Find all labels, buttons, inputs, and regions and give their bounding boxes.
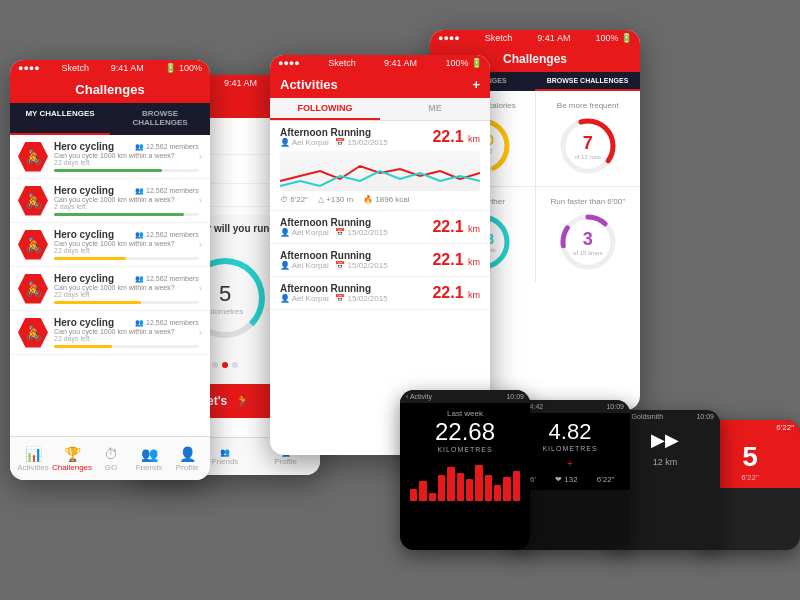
activity-row-3[interactable]: Afternoon Running 👤 Ael Korpai 📅 15/02/2… <box>270 244 490 277</box>
activity-1-name: Afternoon Running <box>280 127 388 138</box>
challenge-arrow-5: › <box>199 327 202 338</box>
browse-challenges-tab[interactable]: BROWSE CHALLENGES <box>110 103 210 135</box>
challenge-icon-3: 🚴 <box>18 230 48 260</box>
dot-3 <box>232 362 238 368</box>
bar-3 <box>429 493 436 501</box>
watch-2-icons: + <box>516 458 624 469</box>
profile-icon: 👤 <box>179 446 196 462</box>
go-circle-num: 5 <box>219 281 231 307</box>
activity-row-2-top: Afternoon Running 👤 Ael Korpai 📅 15/02/2… <box>280 217 480 237</box>
activity-3-dist: 22.1 <box>432 251 463 268</box>
challenge-days-5: 22 days left <box>54 335 199 342</box>
challenge-item-4[interactable]: 🚴 Hero cycling 👥 12,562 members Can you … <box>10 267 210 311</box>
bar-11 <box>503 477 510 501</box>
challenge-progress-3 <box>54 257 199 260</box>
browse-sketch: Sketch <box>485 33 513 43</box>
watch-3-time: 10:09 <box>696 413 714 420</box>
members-1: 👥 12,562 members <box>135 143 198 151</box>
go-icon: ⏱ <box>104 446 118 462</box>
challenge-days-1: 22 days left <box>54 159 199 166</box>
activity-4-dist-wrap: 22.1 km <box>432 284 480 302</box>
progress-fill-5 <box>54 345 112 348</box>
activity-4-meta: 👤 Ael Korpai 📅 15/02/2015 <box>280 294 388 303</box>
challenges-phone: ●●●● Sketch 9:41 AM 🔋 100% Challenges MY… <box>10 60 210 480</box>
activity-row-2[interactable]: Afternoon Running 👤 Ael Korpai 📅 15/02/2… <box>270 211 490 244</box>
go-circle-label: kilometres <box>207 307 243 316</box>
tab-activities[interactable]: 📊 Activities <box>14 446 52 472</box>
challenge-title-2: Hero cycling <box>54 185 114 196</box>
my-challenges-tab[interactable]: MY CHALLENGES <box>10 103 110 135</box>
activity-row-1[interactable]: Afternoon Running 👤 Ael Korpai 📅 15/02/2… <box>270 121 490 211</box>
watch-2-stats: 46' ❤ 132 6'22" <box>516 475 624 484</box>
activity-row-4-top: Afternoon Running 👤 Ael Korpai 📅 15/02/2… <box>280 283 480 303</box>
challenge-desc-2: Can you cycle 1000 km within a week? <box>54 196 199 203</box>
watch-1-header: ‹ Activity 10:09 <box>400 390 530 403</box>
go-time: 9:41 AM <box>224 78 257 88</box>
challenge-item-5[interactable]: 🚴 Hero cycling 👥 12,562 members Can you … <box>10 311 210 355</box>
watch-4-time: 6'22" <box>776 423 794 432</box>
watch-1-content: Last week 22.68 KILOMETRES <box>400 403 530 507</box>
activity-2-dist-wrap: 22.1 km <box>432 218 480 236</box>
challenge-item-3[interactable]: 🚴 Hero cycling 👥 12,562 members Can you … <box>10 223 210 267</box>
challenges-title: Challenges <box>10 76 210 103</box>
activity-4-info: Afternoon Running 👤 Ael Korpai 📅 15/02/2… <box>280 283 388 303</box>
bar-9 <box>485 475 492 501</box>
me-tab[interactable]: ME <box>380 98 490 120</box>
browse-battery: 100% 🔋 <box>595 33 632 43</box>
activity-4-dist: 22.1 <box>432 284 463 301</box>
bar-4 <box>438 475 445 501</box>
challenge-progress-4 <box>54 301 199 304</box>
act-sketch: Sketch <box>328 58 356 68</box>
watch-2-stat-3: 6'22" <box>597 475 615 484</box>
activity-row-4[interactable]: Afternoon Running 👤 Ael Korpai 📅 15/02/2… <box>270 277 490 310</box>
browse-tab-browse[interactable]: BROWSE CHALLENGES <box>535 72 640 91</box>
go-run-icon: 🏃 <box>235 394 250 408</box>
challenge-info-5: Hero cycling 👥 12,562 members Can you cy… <box>54 317 199 348</box>
watch-1-km: 22.68 <box>406 418 524 446</box>
progress-fill-3 <box>54 257 126 260</box>
activities-title: Activities <box>280 77 338 92</box>
challenge-desc-5: Can you cycle 1000 km within a week? <box>54 328 199 335</box>
challenge-desc-1: Can you cycle 1000 km within a week? <box>54 152 199 159</box>
challenge-item-2[interactable]: 🚴 Hero cycling 👥 12,562 members Can you … <box>10 179 210 223</box>
challenge-icon-1: 🚴 <box>18 142 48 172</box>
activity-3-name: Afternoon Running <box>280 250 388 261</box>
watch-1-unit: KILOMETRES <box>406 446 524 453</box>
browse-circle-frequent: 7 of 12 runs <box>558 116 618 176</box>
friends-icon: 👥 <box>141 446 158 462</box>
activity-3-dist-wrap: 22.1 km <box>432 251 480 269</box>
challenge-days-4: 22 days left <box>54 291 199 298</box>
following-tab[interactable]: FOLLOWING <box>270 98 380 120</box>
watch-1-back: ‹ Activity <box>406 393 432 400</box>
tab-go-label: GO <box>105 463 117 472</box>
challenge-item-1[interactable]: 🚴 Hero cycling 👥 12,562 members Can you … <box>10 135 210 179</box>
watch-1-bars <box>406 461 524 501</box>
browse-status-bar: ●●●● Sketch 9:41 AM 100% 🔋 <box>430 30 640 46</box>
activity-1-dist: 22.1 <box>432 128 463 145</box>
activity-2-meta: 👤 Ael Korpai 📅 15/02/2015 <box>280 228 388 237</box>
act-1-time: ⏱ 6'22" <box>280 195 308 204</box>
act-signal: ●●●● <box>278 58 300 68</box>
watch-2-stat-2: ❤ 132 <box>555 475 578 484</box>
challenges-subnav: MY CHALLENGES BROWSE CHALLENGES <box>10 103 210 135</box>
activity-3-unit: km <box>468 257 480 267</box>
challenge-title-1: Hero cycling <box>54 141 114 152</box>
dot-2 <box>222 362 228 368</box>
challenge-arrow-2: › <box>199 195 202 206</box>
watch-2-time: 10:09 <box>606 403 624 410</box>
activity-1-stats: ⏱ 6'22" △ +130 m 🔥 1896 kcal <box>280 195 480 204</box>
progress-fill-2 <box>54 213 184 216</box>
signal-indicator: ●●●● <box>18 63 40 73</box>
tab-friends[interactable]: 👥 Friends <box>130 446 168 472</box>
challenge-title-5: Hero cycling <box>54 317 114 328</box>
challenge-info-3: Hero cycling 👥 12,562 members Can you cy… <box>54 229 199 260</box>
tab-profile[interactable]: 👤 Profile <box>168 446 206 472</box>
tab-go[interactable]: ⏱ GO <box>92 446 130 472</box>
members-5: 👥 12,562 members <box>135 319 198 327</box>
bar-2 <box>419 481 426 501</box>
activities-add-icon[interactable]: + <box>472 77 480 92</box>
activities-subnav: FOLLOWING ME <box>270 98 490 121</box>
progress-fill-1 <box>54 169 162 172</box>
watch-4-big-num: 5 <box>742 441 758 473</box>
tab-challenges[interactable]: 🏆 Challenges <box>52 446 92 472</box>
